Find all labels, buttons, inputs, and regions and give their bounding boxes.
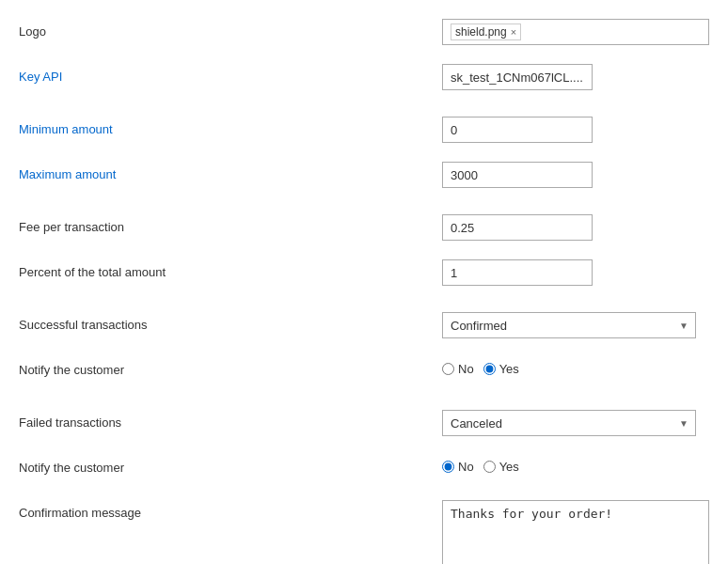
logo-label: Logo xyxy=(19,19,442,39)
minimum-amount-input[interactable] xyxy=(442,117,593,143)
notify-yes-1-option[interactable]: Yes xyxy=(483,362,519,376)
maximum-amount-row: Maximum amount xyxy=(19,162,709,192)
successful-transactions-select-wrap: Confirmed Pending Canceled ▼ xyxy=(442,312,709,338)
failed-transactions-label: Failed transactions xyxy=(19,410,442,430)
confirmation-message-row: Confirmation message xyxy=(19,500,709,564)
logo-tag: shield.png × xyxy=(451,24,521,40)
logo-tag-text: shield.png xyxy=(455,25,507,39)
notify-no-2-radio[interactable] xyxy=(442,461,454,473)
notify-yes-1-label: Yes xyxy=(499,362,519,376)
notify-no-1-label: No xyxy=(458,362,474,376)
percent-total-input[interactable] xyxy=(442,259,593,286)
failed-transactions-row: Failed transactions Confirmed Pending Ca… xyxy=(19,410,709,440)
notify-yes-2-radio[interactable] xyxy=(483,461,496,473)
notify-customer-1-row: Notify the customer No Yes xyxy=(19,357,709,387)
minimum-amount-row: Minimum amount xyxy=(19,117,709,147)
key-api-input[interactable] xyxy=(442,64,593,90)
maximum-amount-label: Maximum amount xyxy=(19,162,442,181)
notify-no-2-option[interactable]: No xyxy=(442,460,474,474)
key-api-input-wrap xyxy=(442,64,709,90)
notify-no-1-radio[interactable] xyxy=(442,363,454,375)
successful-transactions-label: Successful transactions xyxy=(19,312,442,332)
fee-per-transaction-input-wrap xyxy=(442,214,709,241)
notify-yes-2-option[interactable]: Yes xyxy=(483,460,519,474)
percent-total-row: Percent of the total amount xyxy=(19,259,709,290)
key-api-label: Key API xyxy=(19,64,442,84)
maximum-amount-input[interactable] xyxy=(442,162,593,188)
failed-transactions-select-wrap: Confirmed Pending Canceled ▼ xyxy=(442,410,709,436)
confirmation-message-label: Confirmation message xyxy=(19,500,442,520)
key-api-row: Key API xyxy=(19,64,709,94)
logo-input-wrap: shield.png × xyxy=(442,19,709,45)
successful-transactions-row: Successful transactions Confirmed Pendin… xyxy=(19,312,709,342)
confirmation-message-textarea[interactable] xyxy=(442,500,709,564)
successful-transactions-select-container: Confirmed Pending Canceled ▼ xyxy=(442,312,696,338)
logo-tag-input[interactable]: shield.png × xyxy=(442,19,709,45)
minimum-amount-label: Minimum amount xyxy=(19,117,442,136)
notify-customer-2-label: Notify the customer xyxy=(19,455,442,475)
failed-transactions-select-container: Confirmed Pending Canceled ▼ xyxy=(442,410,696,436)
notify-no-1-option[interactable]: No xyxy=(442,362,474,376)
notify-customer-1-label: Notify the customer xyxy=(19,357,442,377)
notify-yes-2-label: Yes xyxy=(499,460,519,474)
notify-no-2-label: No xyxy=(458,460,474,474)
notify-customer-1-radio-wrap: No Yes xyxy=(442,357,709,376)
minimum-amount-input-wrap xyxy=(442,117,709,143)
failed-transactions-select[interactable]: Confirmed Pending Canceled xyxy=(442,410,696,436)
notify-customer-2-radio-group: No Yes xyxy=(442,455,709,474)
confirmation-message-textarea-wrap xyxy=(442,500,709,564)
logo-row: Logo shield.png × xyxy=(19,19,709,49)
fee-per-transaction-label: Fee per transaction xyxy=(19,214,442,234)
notify-customer-2-row: Notify the customer No Yes xyxy=(19,455,709,485)
percent-total-input-wrap xyxy=(442,259,709,286)
logo-tag-close-icon[interactable]: × xyxy=(511,26,516,38)
notify-customer-2-radio-wrap: No Yes xyxy=(442,455,709,474)
notify-yes-1-radio[interactable] xyxy=(483,363,496,375)
percent-total-label: Percent of the total amount xyxy=(19,259,442,279)
notify-customer-1-radio-group: No Yes xyxy=(442,357,709,376)
successful-transactions-select[interactable]: Confirmed Pending Canceled xyxy=(442,312,696,338)
fee-per-transaction-input[interactable] xyxy=(442,214,593,241)
fee-per-transaction-row: Fee per transaction xyxy=(19,214,709,244)
maximum-amount-input-wrap xyxy=(442,162,709,188)
